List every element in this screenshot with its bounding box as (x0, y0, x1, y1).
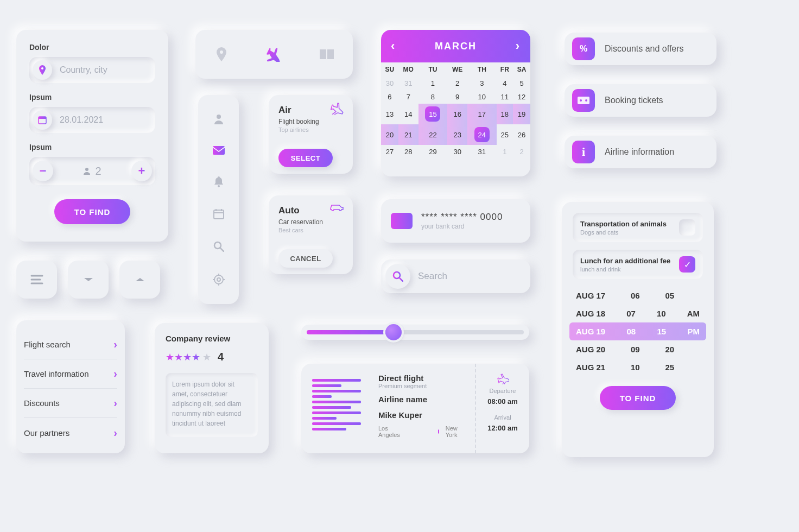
link-row[interactable]: Discounts› (24, 389, 117, 418)
calendar-day[interactable]: 30 (381, 77, 398, 90)
calendar-day[interactable]: 17 (467, 104, 496, 124)
search-nav-icon[interactable] (213, 241, 224, 252)
calendar-day[interactable]: 6 (381, 90, 398, 104)
calendar-day[interactable]: 8 (418, 90, 447, 104)
credit-card-field[interactable]: **** **** **** 0000 your bank card (381, 199, 530, 243)
calendar-day[interactable]: 9 (447, 90, 467, 104)
dep-label: Departure (490, 388, 516, 394)
svg-rect-8 (320, 49, 326, 59)
search-bar[interactable]: Search (381, 259, 530, 293)
wheel-row[interactable]: AUG 180710AM (573, 305, 703, 322)
svg-rect-9 (327, 49, 334, 59)
calendar-day[interactable]: 30 (447, 145, 467, 159)
wheel-row[interactable]: AUG 190815PM (569, 322, 706, 340)
calendar-day[interactable]: 12 (513, 90, 530, 104)
calendar-grid[interactable]: SUMOTUWETHFRSA30311234567891011121314151… (381, 62, 530, 159)
svg-rect-11 (213, 146, 225, 155)
chip-label: Booking tickets (605, 96, 663, 105)
calendar-day[interactable]: 31 (398, 77, 418, 90)
location-field[interactable]: Country, city (29, 57, 155, 83)
seg-hotel[interactable] (313, 41, 340, 68)
menu-button[interactable] (16, 261, 57, 299)
wheel-row[interactable]: AUG 211025 (573, 358, 703, 376)
calendar-day[interactable]: 28 (398, 145, 418, 159)
review-card: Company review ★★★★★ 4 Lorem ipsum dolor… (155, 323, 269, 453)
calendar-day[interactable]: 4 (497, 77, 513, 90)
user-icon[interactable] (213, 113, 224, 124)
chip-booking[interactable]: Booking tickets (565, 84, 716, 117)
calendar-day[interactable]: 26 (513, 124, 530, 145)
option-lunch[interactable]: Lunch for an additional feelunch and dri… (573, 250, 703, 279)
range-slider[interactable] (301, 325, 529, 340)
picker-find-button[interactable]: TO FIND (600, 386, 676, 410)
link-row[interactable]: Our partners› (24, 418, 117, 447)
calendar-day[interactable]: 27 (381, 145, 398, 159)
calendar-day[interactable]: 15 (418, 104, 447, 124)
prev-month-button[interactable]: ‹ (391, 39, 396, 53)
slider-knob[interactable] (385, 324, 402, 340)
svg-point-19 (214, 275, 223, 284)
ticket-card: Direct flight Premium segment Airline na… (301, 364, 529, 453)
bell-icon[interactable] (214, 176, 224, 187)
calendar-day[interactable]: 2 (447, 77, 467, 90)
checkbox-off[interactable] (679, 219, 695, 236)
ticket-to: New York (446, 425, 468, 438)
checkbox-on[interactable]: ✓ (679, 256, 695, 273)
gear-icon[interactable] (213, 274, 225, 286)
search-card: Dolor Country, city Ipsum 28.01.2021 Ips… (16, 30, 168, 242)
plus-button[interactable]: + (131, 161, 152, 181)
seg-flight[interactable] (261, 41, 288, 68)
calendar-day[interactable]: 25 (497, 124, 513, 145)
wheel-row[interactable]: AUG 170605 (573, 287, 703, 305)
dep-time: 08:00 am (487, 397, 518, 406)
calendar-day[interactable]: 21 (398, 124, 418, 145)
calendar-day[interactable]: 29 (418, 145, 447, 159)
chevron-up-button[interactable] (119, 261, 160, 299)
calendar-day[interactable]: 16 (447, 104, 467, 124)
cancel-button[interactable]: CANCEL (278, 249, 333, 268)
calendar-day[interactable]: 1 (497, 145, 513, 159)
wheel-row[interactable]: AUG 200920 (573, 340, 703, 358)
calendar-day[interactable]: 7 (398, 90, 418, 104)
link-row[interactable]: Flight search› (24, 330, 117, 359)
air-sub: Flight booking (278, 118, 343, 125)
ticket-from: Los Angeles (378, 425, 408, 438)
ticket-heading: Direct flight (378, 373, 468, 383)
calendar-day[interactable]: 22 (418, 124, 447, 145)
find-button[interactable]: TO FIND (54, 199, 130, 224)
calendar-day[interactable]: 10 (467, 90, 496, 104)
calendar-day[interactable]: 2 (513, 145, 530, 159)
chip-info[interactable]: i Airline information (565, 136, 716, 168)
datetime-wheel[interactable]: AUG 170605AUG 180710AMAUG 190815PMAUG 20… (573, 287, 703, 376)
svg-point-10 (217, 115, 221, 119)
next-month-button[interactable]: › (516, 39, 521, 53)
calendar-day[interactable]: 1 (418, 77, 447, 90)
calendar: ‹ MARCH › SUMOTUWETHFRSA3031123456789101… (381, 30, 530, 176)
transport-segmented (195, 30, 353, 79)
mail-icon[interactable] (213, 146, 225, 155)
pax-display: 2 (83, 165, 101, 178)
calendar-day[interactable]: 24 (467, 124, 496, 145)
option-animals[interactable]: Transportation of animalsDogs and cats (573, 213, 703, 242)
calendar-day[interactable]: 20 (381, 124, 398, 145)
calendar-day[interactable]: 31 (467, 145, 496, 159)
svg-point-29 (580, 99, 582, 102)
select-button[interactable]: SELECT (278, 149, 333, 167)
seg-location[interactable] (208, 41, 235, 68)
pax-stepper: − 2 + (29, 157, 155, 185)
calendar-day[interactable]: 19 (513, 104, 530, 124)
link-row[interactable]: Travel information› (24, 359, 117, 389)
svg-rect-13 (214, 210, 224, 219)
calendar-nav-icon[interactable] (213, 208, 224, 219)
date-field[interactable]: 28.01.2021 (29, 107, 155, 133)
minus-button[interactable]: − (33, 161, 53, 181)
chip-discounts[interactable]: % Discounts and offers (565, 33, 716, 65)
chevron-down-button[interactable] (68, 261, 109, 299)
calendar-day[interactable]: 23 (447, 124, 467, 145)
calendar-day[interactable]: 13 (381, 104, 398, 124)
calendar-day[interactable]: 11 (497, 90, 513, 104)
calendar-day[interactable]: 5 (513, 77, 530, 90)
calendar-day[interactable]: 3 (467, 77, 496, 90)
calendar-day[interactable]: 14 (398, 104, 418, 124)
calendar-day[interactable]: 18 (497, 104, 513, 124)
